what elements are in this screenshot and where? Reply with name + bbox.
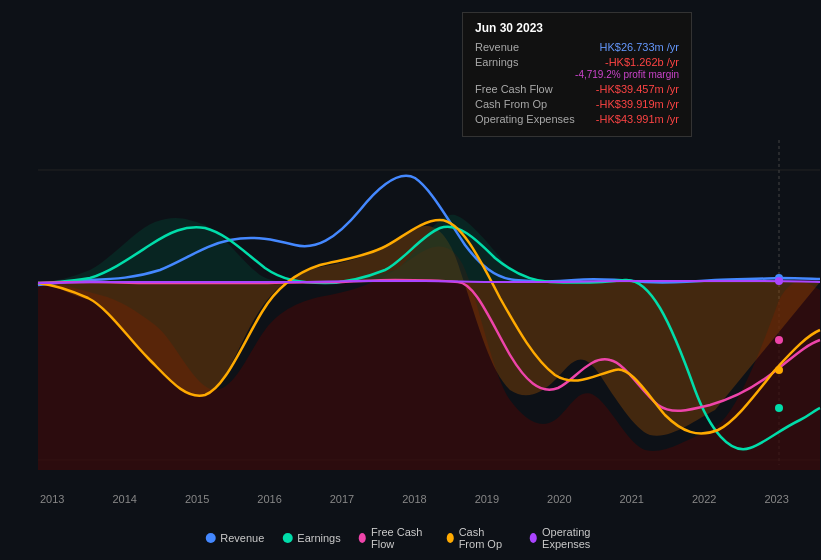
x-label-2023: 2023 <box>764 493 788 505</box>
x-label-2019: 2019 <box>475 493 499 505</box>
legend-fcf-label: Free Cash Flow <box>371 526 428 550</box>
tooltip-profit-margin: -4,719.2% profit margin <box>475 69 679 80</box>
legend-fcf: Free Cash Flow <box>359 526 429 550</box>
legend-opex-dot <box>530 533 537 543</box>
svg-point-6 <box>775 404 783 412</box>
x-label-2020: 2020 <box>547 493 571 505</box>
x-label-2016: 2016 <box>257 493 281 505</box>
legend-cashop: Cash From Op <box>446 526 511 550</box>
legend-revenue-label: Revenue <box>220 532 264 544</box>
x-label-2015: 2015 <box>185 493 209 505</box>
chart-legend: Revenue Earnings Free Cash Flow Cash Fro… <box>205 526 616 550</box>
legend-cashop-label: Cash From Op <box>459 526 512 550</box>
legend-revenue-dot <box>205 533 215 543</box>
legend-opex-label: Operating Expenses <box>542 526 616 550</box>
tooltip-revenue-value: HK$26.733m /yr <box>600 41 679 53</box>
tooltip-date: Jun 30 2023 <box>475 21 679 35</box>
x-label-2021: 2021 <box>620 493 644 505</box>
tooltip-fcf-label: Free Cash Flow <box>475 83 553 95</box>
svg-point-8 <box>775 366 783 374</box>
tooltip-earnings-row: Earnings -HK$1.262b /yr <box>475 56 679 68</box>
tooltip-revenue-label: Revenue <box>475 41 519 53</box>
tooltip-fcf-value: -HK$39.457m /yr <box>596 83 679 95</box>
svg-point-9 <box>775 277 783 285</box>
legend-earnings: Earnings <box>282 532 340 544</box>
tooltip-cashop-value: -HK$39.919m /yr <box>596 98 679 110</box>
main-chart <box>0 0 821 510</box>
x-axis: 2013 2014 2015 2016 2017 2018 2019 2020 … <box>0 493 821 505</box>
x-label-2014: 2014 <box>112 493 136 505</box>
legend-opex: Operating Expenses <box>530 526 616 550</box>
data-tooltip: Jun 30 2023 Revenue HK$26.733m /yr Earni… <box>462 12 692 137</box>
x-label-2022: 2022 <box>692 493 716 505</box>
tooltip-earnings-value: -HK$1.262b /yr <box>605 56 679 68</box>
tooltip-opex-row: Operating Expenses -HK$43.991m /yr <box>475 113 679 125</box>
tooltip-revenue-row: Revenue HK$26.733m /yr <box>475 41 679 53</box>
legend-revenue: Revenue <box>205 532 264 544</box>
x-label-2018: 2018 <box>402 493 426 505</box>
legend-earnings-dot <box>282 533 292 543</box>
tooltip-earnings-label: Earnings <box>475 56 518 68</box>
tooltip-opex-value: -HK$43.991m /yr <box>596 113 679 125</box>
tooltip-cashop-row: Cash From Op -HK$39.919m /yr <box>475 98 679 110</box>
legend-earnings-label: Earnings <box>297 532 340 544</box>
legend-fcf-dot <box>359 533 366 543</box>
tooltip-fcf-row: Free Cash Flow -HK$39.457m /yr <box>475 83 679 95</box>
tooltip-cashop-label: Cash From Op <box>475 98 547 110</box>
x-label-2013: 2013 <box>40 493 64 505</box>
legend-cashop-dot <box>446 533 453 543</box>
x-label-2017: 2017 <box>330 493 354 505</box>
svg-point-7 <box>775 336 783 344</box>
tooltip-opex-label: Operating Expenses <box>475 113 575 125</box>
